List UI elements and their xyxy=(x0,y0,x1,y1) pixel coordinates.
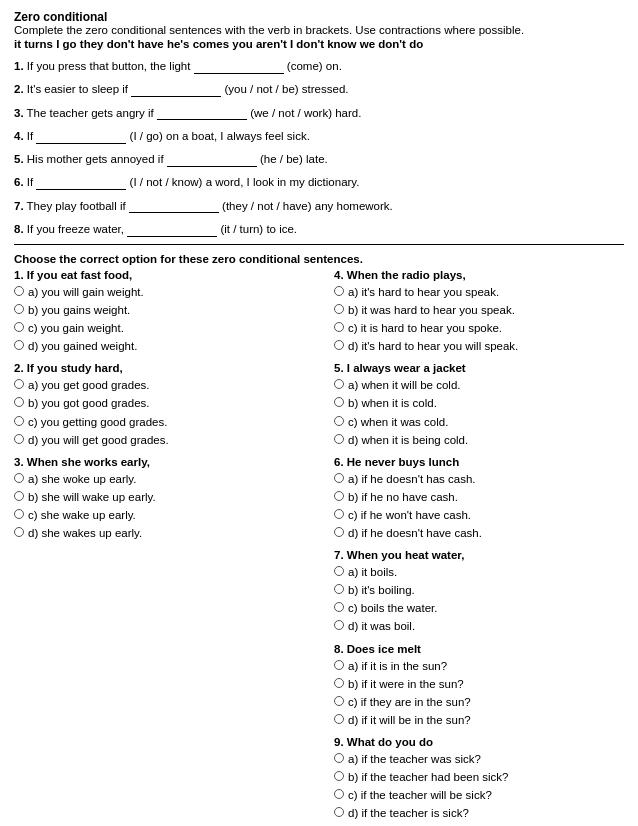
radio-button[interactable] xyxy=(14,509,24,519)
option: d) if the teacher is sick? xyxy=(334,805,624,821)
radio-button[interactable] xyxy=(334,584,344,594)
radio-button[interactable] xyxy=(334,304,344,314)
option: d) it's hard to hear you will speak. xyxy=(334,338,624,354)
right-question-4: 7. When you heat water, a) it boils. b) … xyxy=(334,549,624,634)
radio-button[interactable] xyxy=(334,491,344,501)
fill-item-6: 6. If (I / not / know) a word, I look in… xyxy=(14,174,624,191)
radio-button[interactable] xyxy=(334,807,344,817)
option: b) you gains weight. xyxy=(14,302,324,318)
option: b) it's boiling. xyxy=(334,582,624,598)
option: b) if the teacher had been sick? xyxy=(334,769,624,785)
header-title: Zero conditional xyxy=(14,10,624,24)
radio-button[interactable] xyxy=(334,286,344,296)
radio-button[interactable] xyxy=(334,696,344,706)
right-question-6: 9. What do you do a) if the teacher was … xyxy=(334,736,624,821)
fill-item-2: 2. It's easier to sleep if (you / not / … xyxy=(14,81,624,98)
option: c) boils the water. xyxy=(334,600,624,616)
radio-button[interactable] xyxy=(14,527,24,537)
left-column: 1. If you eat fast food, a) you will gai… xyxy=(14,269,324,826)
option: d) you will get good grades. xyxy=(14,432,324,448)
choose-section-title: Choose the correct option for these zero… xyxy=(14,253,624,265)
radio-button[interactable] xyxy=(334,509,344,519)
radio-button[interactable] xyxy=(334,566,344,576)
blank-input-4[interactable] xyxy=(36,130,126,144)
fill-item-1: 1. If you press that button, the light (… xyxy=(14,58,624,75)
blank-input-5[interactable] xyxy=(167,153,257,167)
radio-button[interactable] xyxy=(334,379,344,389)
radio-button[interactable] xyxy=(334,602,344,612)
right-question-1: 4. When the radio plays, a) it's hard to… xyxy=(334,269,624,354)
option: d) if he doesn't have cash. xyxy=(334,525,624,541)
radio-button[interactable] xyxy=(334,340,344,350)
radio-button[interactable] xyxy=(14,340,24,350)
option: c) you gain weight. xyxy=(14,320,324,336)
option: c) if they are in the sun? xyxy=(334,694,624,710)
q-title: 1. If you eat fast food, xyxy=(14,269,324,281)
page-container: Zero conditional Complete the zero condi… xyxy=(14,10,624,826)
option: d) she wakes up early. xyxy=(14,525,324,541)
option: c) you getting good grades. xyxy=(14,414,324,430)
option: b) you got good grades. xyxy=(14,395,324,411)
left-question-1: 1. If you eat fast food, a) you will gai… xyxy=(14,269,324,354)
option: c) if he won't have cash. xyxy=(334,507,624,523)
radio-button[interactable] xyxy=(334,660,344,670)
fill-blanks-section: 1. If you press that button, the light (… xyxy=(14,58,624,238)
radio-button[interactable] xyxy=(334,714,344,724)
radio-button[interactable] xyxy=(14,473,24,483)
option: d) it was boil. xyxy=(334,618,624,634)
intro-1: Complete the zero conditional sentences … xyxy=(14,24,624,36)
left-question-2: 2. If you study hard, a) you get good gr… xyxy=(14,362,324,447)
blank-input-3[interactable] xyxy=(157,106,247,120)
fill-item-8: 8. If you freeze water, (it / turn) to i… xyxy=(14,221,624,238)
radio-button[interactable] xyxy=(14,322,24,332)
fill-item-5: 5. His mother gets annoyed if (he / be) … xyxy=(14,151,624,168)
q-title: 8. Does ice melt xyxy=(334,643,624,655)
q-title: 6. He never buys lunch xyxy=(334,456,624,468)
option: d) when it is being cold. xyxy=(334,432,624,448)
option: a) if the teacher was sick? xyxy=(334,751,624,767)
right-question-2: 5. I always wear a jacket a) when it wil… xyxy=(334,362,624,447)
radio-button[interactable] xyxy=(334,620,344,630)
option: a) it's hard to hear you speak. xyxy=(334,284,624,300)
radio-button[interactable] xyxy=(14,434,24,444)
blank-input-2[interactable] xyxy=(131,83,221,97)
right-question-5: 8. Does ice melt a) if it is in the sun?… xyxy=(334,643,624,728)
option: d) if it will be in the sun? xyxy=(334,712,624,728)
option: a) you will gain weight. xyxy=(14,284,324,300)
option: b) it was hard to hear you speak. xyxy=(334,302,624,318)
radio-button[interactable] xyxy=(334,527,344,537)
option: b) when it is cold. xyxy=(334,395,624,411)
option: c) when it was cold. xyxy=(334,414,624,430)
radio-button[interactable] xyxy=(14,416,24,426)
radio-button[interactable] xyxy=(334,434,344,444)
blank-input-1[interactable] xyxy=(194,60,284,74)
radio-button[interactable] xyxy=(334,789,344,799)
option: a) if it is in the sun? xyxy=(334,658,624,674)
option: a) when it will be cold. xyxy=(334,377,624,393)
q-title: 5. I always wear a jacket xyxy=(334,362,624,374)
option: a) if he doesn't has cash. xyxy=(334,471,624,487)
fill-item-4: 4. If (I / go) on a boat, I always feel … xyxy=(14,128,624,145)
option: a) it boils. xyxy=(334,564,624,580)
radio-button[interactable] xyxy=(334,473,344,483)
option: a) she woke up early. xyxy=(14,471,324,487)
radio-button[interactable] xyxy=(334,416,344,426)
radio-button[interactable] xyxy=(14,491,24,501)
radio-button[interactable] xyxy=(14,379,24,389)
radio-button[interactable] xyxy=(334,753,344,763)
blank-input-7[interactable] xyxy=(129,199,219,213)
q-title: 2. If you study hard, xyxy=(14,362,324,374)
blank-input-8[interactable] xyxy=(127,223,217,237)
radio-button[interactable] xyxy=(334,771,344,781)
radio-button[interactable] xyxy=(14,397,24,407)
radio-button[interactable] xyxy=(334,678,344,688)
q-title: 7. When you heat water, xyxy=(334,549,624,561)
divider xyxy=(14,244,624,245)
radio-button[interactable] xyxy=(14,304,24,314)
intro-2: it turns I go they don't have he's comes… xyxy=(14,38,624,50)
radio-button[interactable] xyxy=(14,286,24,296)
radio-button[interactable] xyxy=(334,322,344,332)
radio-button[interactable] xyxy=(334,397,344,407)
blank-input-6[interactable] xyxy=(36,176,126,190)
q-title: 4. When the radio plays, xyxy=(334,269,624,281)
